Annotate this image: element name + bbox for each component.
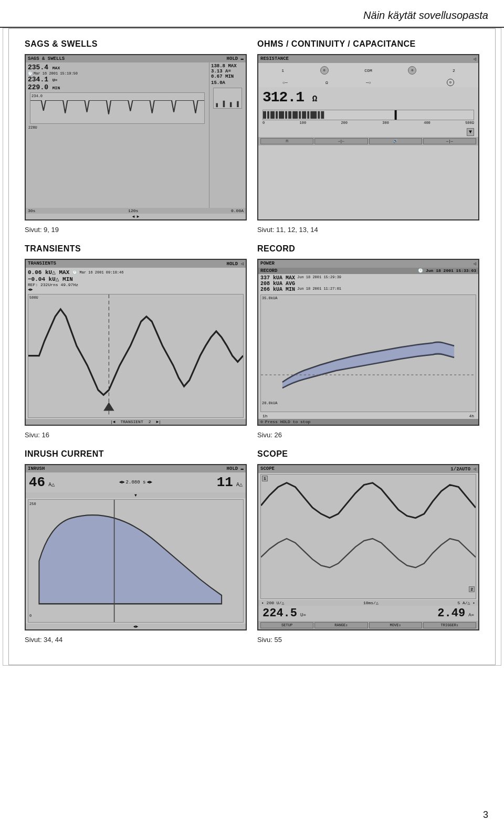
svg-rect-18 xyxy=(395,110,397,120)
main-content: SAGS & SWELLS SAGS & SWELLS HOLD ▬ 235.4… xyxy=(8,28,496,665)
inrush-section: INRUSH CURRENT INRUSH HOLD ▬ 46 A△ xyxy=(25,449,247,644)
scope-reading-2: 2.49 A= xyxy=(437,607,474,620)
inrush-left-num: 46 xyxy=(29,475,45,490)
sags-graph: 234.0 xyxy=(30,92,205,124)
svg-rect-17 xyxy=(321,111,324,119)
transients-label: TRANSIENTS xyxy=(25,244,247,254)
record-section: RECORD POWER ◁ RECORD 🕐 Jun 18 2001 15:3… xyxy=(257,244,479,438)
sags-nav: ◄► xyxy=(26,214,246,219)
svg-rect-1 xyxy=(223,101,225,107)
scope-btn-range[interactable]: RANGE⇕ xyxy=(314,622,368,628)
scope-btn-trigger[interactable]: TRIGGER⇕ xyxy=(423,622,476,628)
ohms-btn-4[interactable]: —|— xyxy=(423,138,476,144)
transients-ref: REF: 232Urns 49.97Hz xyxy=(28,282,244,287)
record-min-time: Jun 18 2001 11:27:01 xyxy=(297,287,341,292)
page-header: Näin käytät sovellusopasta xyxy=(0,0,504,28)
record-screen: POWER ◁ RECORD 🕐 Jun 18 2001 15:33:03 33… xyxy=(257,259,479,425)
main-content-wrapper: SAGS & SWELLS SAGS & SWELLS HOLD ▬ 235.4… xyxy=(3,28,501,666)
scope-btn-setup[interactable]: SETUP xyxy=(260,622,313,628)
scope-label: SCOPE xyxy=(257,449,479,459)
sags-max-val: 235.4 MAX xyxy=(28,64,207,71)
record-press-hold-bar: ⊙ Press HOLD to stop xyxy=(258,419,478,425)
scope-section: SCOPE SCOPE 1/2AUTO ◁ 1 2 xyxy=(257,449,479,644)
inrush-left-val: 46 A△ xyxy=(29,475,55,490)
ohms-bar-100: 100 xyxy=(300,121,307,125)
top-section-grid: SAGS & SWELLS SAGS & SWELLS HOLD ▬ 235.4… xyxy=(25,39,479,234)
svg-rect-13 xyxy=(302,111,306,119)
ohms-page-ref: Sivut: 11, 12, 13, 14 xyxy=(257,226,479,234)
record-page-ref: Sivu: 26 xyxy=(257,431,479,439)
ohms-conn-1: 1 xyxy=(281,68,284,73)
ohms-btn-2[interactable]: →|← xyxy=(314,138,368,144)
sags-right-min: 0.67 MIN xyxy=(211,74,244,79)
record-max-time: Jun 18 2001 15:29:39 xyxy=(297,275,341,281)
page-number: 3 xyxy=(483,809,488,821)
inrush-middle: ◄► 2.080 s ◄► xyxy=(119,480,152,485)
inrush-right-val: 11 A△ xyxy=(217,475,243,490)
inrush-screen: INRUSH HOLD ▬ 46 A△ ◄► 2.080 s ◄► xyxy=(25,464,247,630)
inrush-y-0: 0 xyxy=(29,614,32,618)
record-top-bar: POWER ◁ xyxy=(258,260,478,268)
transients-graph: 500U xyxy=(28,294,244,417)
ohms-bar-500: 500Ω xyxy=(465,121,474,125)
record-y-min: 20.0kUA xyxy=(262,401,277,405)
scope-btn-move[interactable]: MOVE⇕ xyxy=(369,622,422,628)
inrush-top-left: INRUSH xyxy=(28,466,45,471)
ohms-top-left: RESISTANCE xyxy=(260,56,289,62)
transients-btn-next[interactable]: ►| xyxy=(156,419,162,424)
record-label: RECORD xyxy=(257,244,479,254)
scope-ch1-label: 1 xyxy=(262,476,268,481)
ohms-btn-1[interactable]: ⊓ xyxy=(260,138,313,144)
svg-rect-2 xyxy=(230,102,232,108)
scope-meas-1: ▪ 200 U/△ xyxy=(261,601,284,605)
sags-page-ref: Sivut: 9, 19 xyxy=(25,226,247,234)
ohms-com: COM xyxy=(364,68,372,73)
svg-rect-7 xyxy=(276,111,278,119)
sags-right-avg: 3.13 A= xyxy=(211,69,244,74)
sags-y-label: 228U xyxy=(28,125,207,130)
ohms-bar-labels: 0 100 200 300 400 500Ω xyxy=(262,120,474,125)
record-x-1h: 1h xyxy=(262,414,268,418)
svg-rect-15 xyxy=(310,111,317,119)
record-top-left: POWER xyxy=(260,261,275,267)
svg-rect-3 xyxy=(237,101,239,107)
svg-rect-5 xyxy=(267,111,269,119)
transients-y-label: 500U xyxy=(29,296,38,300)
record-sub-label: RECORD xyxy=(260,268,277,274)
ohms-screen: RESISTANCE ◁ 1 ⊙ COM ⊙ 2 ○─ Ω ─○ xyxy=(257,54,479,220)
press-hold-text: Press HOLD to stop xyxy=(265,419,310,424)
scope-top-left: SCOPE xyxy=(260,466,275,472)
scope-reading-1: 224.5 U= xyxy=(262,607,306,620)
transients-btn-prev[interactable]: |◄ xyxy=(110,419,116,424)
transients-top-bar: TRANSIENTS HOLD ◁ xyxy=(26,260,246,268)
inrush-cursor-arrow: ▼ xyxy=(134,493,137,498)
transients-max-val: 0.06 kU△ MAX xyxy=(28,269,69,276)
ohms-big-reading: 312.1 Ω xyxy=(258,87,478,108)
record-min-val: 266 kUA MIN xyxy=(260,287,295,292)
transients-bottom-bar: |◄ TRANSIENT 2 ►| xyxy=(26,419,246,425)
record-timestamp: 🕐 Jun 18 2001 15:33:03 xyxy=(418,268,476,274)
record-max-val: 337 kUA MAX xyxy=(260,275,295,281)
inrush-nav-arrows: ◄► xyxy=(133,624,139,629)
sags-bottom-mid: 120s xyxy=(128,208,138,213)
transients-page-ref: Sivu: 16 xyxy=(25,431,247,439)
sags-bottom-right: 0.00A xyxy=(231,208,244,213)
ohms-icon-2: ─○ xyxy=(366,80,371,85)
svg-rect-4 xyxy=(263,111,266,119)
ohms-circle-icon: ⊙ xyxy=(447,79,454,86)
svg-rect-16 xyxy=(318,111,320,119)
ohms-btn-3[interactable]: 🔊 xyxy=(369,138,422,144)
ohms-btn-row: ⊓ →|← 🔊 —|— xyxy=(258,137,478,145)
ohms-bar-300: 300 xyxy=(382,121,389,125)
record-graph: 35.0kUA 20.0kUA xyxy=(260,294,476,412)
sags-right-extra: 15.0A xyxy=(211,80,244,86)
scope-reading-row: 224.5 U= 2.49 A= xyxy=(258,606,478,621)
scope-btn-row: SETUP RANGE⇕ MOVE⇕ TRIGGER⇕ xyxy=(258,621,478,629)
sags-top-left: SAGS & SWELLS xyxy=(28,56,65,61)
record-avg-val: 208 kUA AVG xyxy=(260,281,295,287)
inrush-top-bar: INRUSH HOLD ▬ xyxy=(26,465,246,472)
sags-swells-section: SAGS & SWELLS SAGS & SWELLS HOLD ▬ 235.4… xyxy=(25,39,247,234)
transients-min-val: −0.04 kU△ MIN xyxy=(28,276,244,282)
svg-rect-10 xyxy=(288,111,291,119)
scope-top-bar: SCOPE 1/2AUTO ◁ xyxy=(258,465,478,473)
